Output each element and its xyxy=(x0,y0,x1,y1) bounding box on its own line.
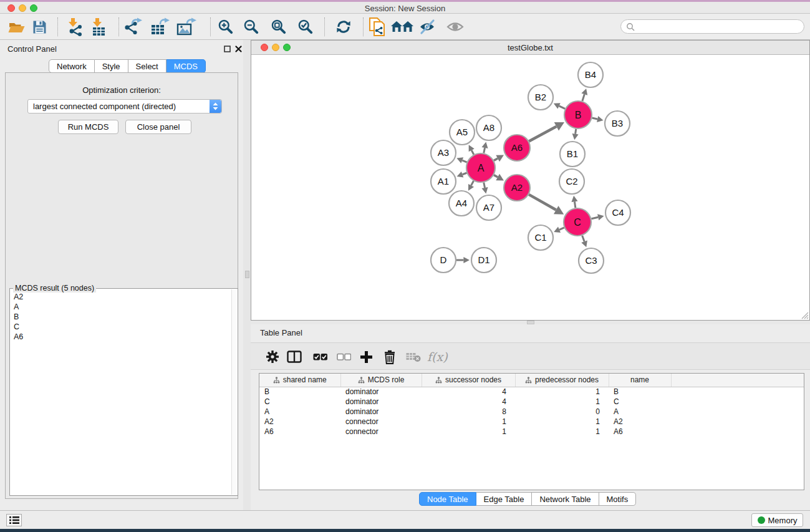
graph-node-A7[interactable]: A7 xyxy=(476,195,501,220)
graph-edge[interactable] xyxy=(484,148,485,153)
window-resize-grip[interactable] xyxy=(800,311,809,319)
table-cell[interactable]: A6 xyxy=(609,427,671,437)
table-cell[interactable]: C xyxy=(259,397,340,407)
criterion-dropdown[interactable]: largest connected component (directed) xyxy=(27,99,222,114)
table-cell[interactable]: connector xyxy=(340,427,422,437)
graph-node-C1[interactable]: C1 xyxy=(528,225,553,250)
table-cell[interactable]: 1 xyxy=(515,387,609,397)
mcds-result-scrollbar[interactable] xyxy=(231,289,237,495)
show-graphics-details-button[interactable] xyxy=(446,16,464,37)
network-window-titlebar[interactable]: testGlobe.txt xyxy=(251,41,809,55)
delete-table-button[interactable] xyxy=(406,347,421,366)
tab-motifs[interactable]: Motifs xyxy=(599,492,637,506)
close-panel-button-icon[interactable] xyxy=(235,46,243,54)
table-cell[interactable]: 1 xyxy=(422,417,515,427)
graph-edge[interactable] xyxy=(462,160,466,162)
graph-edge[interactable] xyxy=(529,195,556,210)
graph-node-B3[interactable]: B3 xyxy=(605,111,630,136)
column-header-successor-nodes[interactable]: successor nodes xyxy=(422,374,515,387)
task-history-button[interactable] xyxy=(6,514,22,526)
table-cell[interactable]: 1 xyxy=(515,397,609,407)
search-input[interactable] xyxy=(635,22,804,31)
home-views-button[interactable] xyxy=(391,16,413,37)
mcds-result-item[interactable]: A2 xyxy=(11,292,231,302)
node-table[interactable]: shared name MCDS role successor nodes pr… xyxy=(259,373,804,490)
graph-node-D1[interactable]: D1 xyxy=(471,248,496,273)
graph-node-D[interactable]: D xyxy=(431,248,456,273)
table-cell[interactable]: A6 xyxy=(259,427,340,437)
graph-edge[interactable] xyxy=(529,127,556,142)
table-row[interactable]: Cdominator41C xyxy=(259,397,804,407)
export-table-button[interactable] xyxy=(150,16,170,37)
graph-edge[interactable] xyxy=(574,201,575,208)
tab-edge-table[interactable]: Edge Table xyxy=(476,492,533,506)
graph-node-A[interactable]: A xyxy=(466,153,495,182)
select-all-rows-button[interactable] xyxy=(313,347,327,366)
table-cell[interactable]: 4 xyxy=(422,397,515,407)
save-session-button[interactable] xyxy=(32,16,47,37)
table-row[interactable]: Adominator80A xyxy=(259,407,804,417)
graph-node-C2[interactable]: C2 xyxy=(559,169,584,194)
zoom-fit-button[interactable] xyxy=(271,16,287,37)
deselect-all-rows-button[interactable] xyxy=(337,347,351,366)
graph-node-C3[interactable]: C3 xyxy=(579,248,604,273)
apply-layout-button[interactable] xyxy=(335,16,352,37)
table-cell[interactable]: A xyxy=(609,407,671,417)
tab-network[interactable]: Network xyxy=(49,59,95,73)
tab-mcds[interactable]: MCDS xyxy=(166,59,206,73)
graph-node-A3[interactable]: A3 xyxy=(431,140,456,165)
table-cell[interactable]: 8 xyxy=(422,407,515,417)
mcds-result-item[interactable]: A6 xyxy=(11,332,231,342)
graph-node-A5[interactable]: A5 xyxy=(450,120,475,145)
zoom-selected-button[interactable] xyxy=(297,16,314,37)
graph-edge[interactable] xyxy=(559,228,564,230)
graph-edge[interactable] xyxy=(576,129,576,134)
table-cell[interactable]: B xyxy=(609,387,671,397)
duplicate-network-button[interactable] xyxy=(369,16,387,37)
table-cell[interactable]: C xyxy=(609,397,671,407)
table-cell[interactable]: B xyxy=(259,387,340,397)
graph-edge[interactable] xyxy=(592,118,597,119)
table-row[interactable]: A6connector11A6 xyxy=(259,427,804,437)
graph-edge[interactable] xyxy=(494,158,498,160)
column-header-mcds-role[interactable]: MCDS role xyxy=(340,374,422,387)
splitter-grip[interactable] xyxy=(245,271,249,278)
delete-columns-button[interactable] xyxy=(383,347,396,366)
search-field[interactable] xyxy=(620,19,804,34)
table-cell[interactable]: A xyxy=(259,407,340,417)
graph-node-A6[interactable]: A6 xyxy=(504,135,530,161)
table-cell[interactable]: dominator xyxy=(340,407,422,417)
vertical-splitter[interactable] xyxy=(243,40,251,510)
graph-node-A4[interactable]: A4 xyxy=(449,191,474,216)
column-header-shared-name[interactable]: shared name xyxy=(259,374,340,387)
zoom-out-button[interactable] xyxy=(243,16,259,37)
table-cell[interactable]: dominator xyxy=(340,397,422,407)
graph-edge[interactable] xyxy=(582,94,584,101)
tab-select[interactable]: Select xyxy=(128,59,166,73)
close-panel-button[interactable]: Close panel xyxy=(125,120,191,134)
tab-style[interactable]: Style xyxy=(95,59,128,73)
graph-node-A8[interactable]: A8 xyxy=(476,115,501,140)
graph-edge[interactable] xyxy=(559,106,566,109)
run-mcds-button[interactable]: Run MCDS xyxy=(58,120,118,134)
table-cell[interactable]: 1 xyxy=(515,427,609,437)
column-header-predecessor-nodes[interactable]: predecessor nodes xyxy=(515,374,609,387)
graph-edge[interactable] xyxy=(484,183,485,188)
table-row[interactable]: A2connector11A2 xyxy=(259,417,804,427)
table-cell[interactable]: 1 xyxy=(422,427,515,437)
table-row[interactable]: Bdominator41B xyxy=(259,387,804,397)
table-cell[interactable]: 4 xyxy=(422,387,515,397)
column-header-name[interactable]: name xyxy=(609,374,671,387)
import-network-button[interactable] xyxy=(66,16,84,37)
graph-node-A2[interactable]: A2 xyxy=(504,175,530,201)
table-cell[interactable]: A2 xyxy=(609,417,671,427)
graph-edge[interactable] xyxy=(494,175,498,177)
graph-node-C4[interactable]: C4 xyxy=(605,200,630,225)
graph-node-B2[interactable]: B2 xyxy=(528,85,553,110)
table-cell[interactable]: 0 xyxy=(515,407,609,417)
split-table-button[interactable] xyxy=(287,347,302,366)
export-image-button[interactable] xyxy=(176,16,196,37)
memory-button[interactable]: Memory xyxy=(751,513,803,527)
table-cell[interactable]: connector xyxy=(340,417,422,427)
graph-node-B4[interactable]: B4 xyxy=(578,62,603,87)
